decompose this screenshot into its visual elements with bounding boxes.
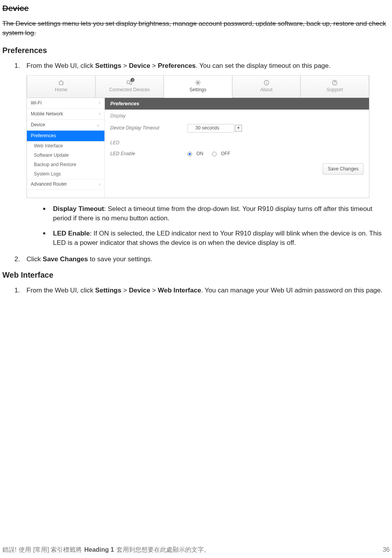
section-led-label: LED (105, 136, 369, 149)
tab-label: Home (55, 87, 67, 93)
tab-connected-devices[interactable]: 2 Connected Devices (95, 75, 164, 98)
tab-label: About (260, 87, 272, 93)
sidebar-item-label: Backup and Restore (34, 161, 76, 168)
radio-on[interactable] (187, 152, 192, 156)
text: > (121, 62, 129, 69)
home-icon (58, 80, 65, 86)
sidebar-item-mobile-network[interactable]: Mobile Network › (27, 109, 104, 120)
chevron-right-icon: › (99, 110, 101, 118)
text: Click (26, 255, 43, 263)
sidebar-item-label: Device (31, 122, 45, 128)
text: > (150, 62, 158, 69)
heading-preferences: Preferences (2, 45, 390, 56)
sidebar-item-device[interactable]: Device ⌄ (27, 120, 104, 131)
text: > (121, 287, 129, 294)
bold-save-changes: Save Changes (43, 255, 88, 263)
bold-web-interface: Web Interface (158, 287, 201, 294)
bullet-list: Display Timeout: Select a timeout time f… (26, 204, 390, 248)
sidebar-item-wifi[interactable]: Wi-Fi › (27, 98, 104, 109)
bold-settings: Settings (95, 62, 121, 69)
tab-about[interactable]: About (232, 75, 301, 98)
sidebar-item-software-update[interactable]: Software Update (27, 151, 104, 160)
step-1: From the Web UI, click Settings > Device… (22, 61, 390, 248)
preferences-steps: From the Web UI, click Settings > Device… (2, 61, 390, 264)
sidebar-item-label: Web Interface (34, 143, 63, 149)
sidebar-item-label: Advanced Router (31, 181, 67, 188)
bullet-head: Display Timeout (53, 205, 104, 213)
text: to save your settings. (88, 255, 152, 263)
step-2: Click Save Changes to save your settings… (22, 255, 390, 264)
sidebar-item-label: Preferences (31, 133, 56, 139)
info-icon (263, 80, 270, 86)
bullet-body: : If ON is selected, the LED indicator n… (53, 230, 382, 246)
web-step-1: From the Web UI, click Settings > Device… (22, 286, 390, 295)
web-interface-steps: From the Web UI, click Settings > Device… (2, 286, 390, 295)
gear-icon (194, 80, 201, 86)
tab-home[interactable]: Home (27, 75, 95, 98)
radio-on-label: ON (196, 151, 203, 157)
bold-device: Device (129, 62, 150, 69)
display-timeout-label: Device Display Timeout (110, 125, 184, 131)
sidebar-item-label: Mobile Network (31, 111, 63, 117)
settings-sidebar: Wi-Fi › Mobile Network › Device ⌄ Prefer… (27, 98, 105, 198)
row-display-timeout: Device Display Timeout 30 seconds ▼ (105, 122, 369, 136)
help-icon (331, 80, 338, 86)
sidebar-item-label: Software Update (34, 152, 69, 159)
settings-content: Preferences Display Device Display Timeo… (105, 98, 369, 198)
display-timeout-dropdown[interactable]: 30 seconds (187, 124, 234, 133)
text: > (150, 287, 158, 294)
svg-point-7 (335, 84, 335, 84)
bullet-led-enable: LED Enable: If ON is selected, the LED i… (50, 229, 390, 248)
dropdown-value: 30 seconds (195, 125, 219, 131)
tab-label: Support (327, 87, 343, 93)
heading-web-interface: Web Interface (2, 269, 390, 280)
heading-device: Device (2, 2, 390, 14)
text: . You can set the display timeout on thi… (196, 62, 330, 69)
top-tabs: Home 2 Connected Devices Settings About (27, 75, 369, 98)
tab-label: Settings (189, 87, 206, 93)
dropdown-arrow-icon[interactable]: ▼ (235, 125, 242, 132)
svg-point-5 (266, 81, 267, 82)
tab-settings[interactable]: Settings (164, 75, 232, 98)
sidebar-item-system-logs[interactable]: System Logs (27, 170, 104, 179)
screenshot-preferences: Home 2 Connected Devices Settings About (26, 75, 369, 198)
bold-preferences: Preferences (158, 62, 196, 69)
bold-settings: Settings (95, 287, 121, 294)
tab-support[interactable]: Support (300, 75, 369, 98)
led-enable-label: LED Enable (110, 151, 184, 157)
svg-point-2 (197, 82, 199, 83)
sidebar-item-advanced-router[interactable]: Advanced Router › (27, 179, 104, 190)
text: From the Web UI, click (26, 287, 95, 294)
intro-paragraph: The Device settings menu lets you set di… (2, 19, 390, 38)
radio-off-label: OFF (221, 151, 230, 157)
radio-off[interactable] (212, 152, 217, 156)
section-display-label: Display (105, 110, 369, 122)
chevron-down-icon: ⌄ (96, 121, 101, 129)
tab-label: Connected Devices (109, 87, 150, 93)
row-led-enable: LED Enable ON OFF (105, 148, 369, 161)
sidebar-item-preferences[interactable]: Preferences (27, 131, 104, 142)
sidebar-item-label: Wi-Fi (31, 100, 42, 106)
devices-badge: 2 (131, 78, 134, 82)
chevron-right-icon: › (99, 181, 101, 188)
bold-device: Device (129, 287, 150, 294)
sidebar-item-backup-restore[interactable]: Backup and Restore (27, 160, 104, 170)
chevron-right-icon: › (99, 99, 101, 107)
devices-icon: 2 (126, 80, 133, 86)
save-changes-button[interactable]: Save Changes (323, 163, 364, 175)
text: . You can manage your Web UI admin passw… (201, 287, 383, 294)
sidebar-item-web-interface[interactable]: Web Interface (27, 142, 104, 151)
bullet-head: LED Enable (53, 230, 90, 237)
sidebar-item-label: System Logs (34, 171, 61, 177)
content-header: Preferences (105, 98, 369, 110)
text: From the Web UI, click (26, 62, 95, 69)
bullet-display-timeout: Display Timeout: Select a timeout time f… (50, 204, 390, 223)
